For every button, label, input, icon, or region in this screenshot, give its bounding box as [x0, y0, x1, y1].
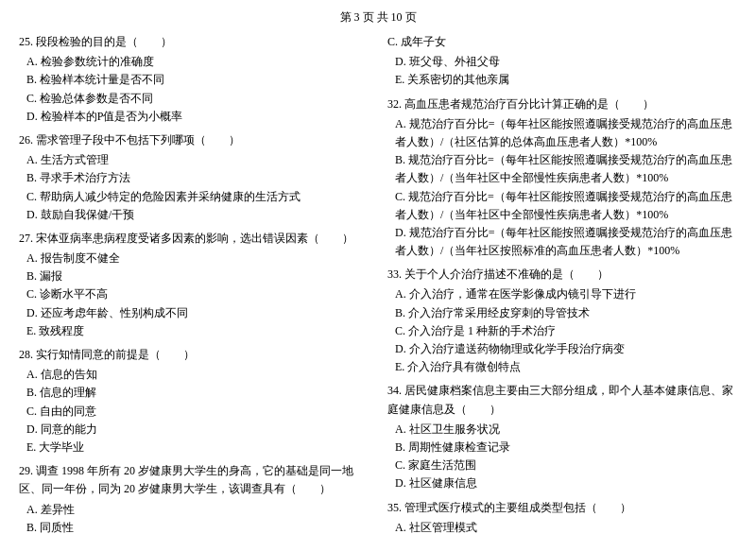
q27-optE: E. 致残程度	[26, 322, 369, 340]
q34-title: 34. 居民健康档案信息主要由三大部分组成，即个人基本健康信息、家庭健康信息及（…	[387, 382, 737, 418]
q28-options: A. 信息的告知 B. 信息的理解 C. 自由的同意 D. 同意的能力 E. 大…	[19, 366, 369, 456]
q26-optA: A. 生活方式管理	[26, 151, 369, 169]
question-25: 25. 段段检验的目的是（ ） A. 检验参数统计的准确度 B. 检验样本统计量…	[19, 33, 369, 126]
q25-optB: B. 检验样本统计量是否不同	[26, 71, 369, 89]
q32-main-optD: D. 规范治疗百分比=（每年社区能按照遵嘱接受规范治疗的高血压患者人数）/（当年…	[395, 224, 737, 260]
q28-title: 28. 实行知情同意的前提是（ ）	[19, 346, 369, 364]
q35-title: 35. 管理式医疗模式的主要组成类型包括（ ）	[387, 499, 737, 517]
q32-optE: E. 关系密切的其他亲属	[395, 71, 737, 89]
q32-main-optB: B. 规范治疗百分比=（每年社区能按照遵嘱接受规范治疗的高血压患者人数）/（当年…	[395, 151, 737, 187]
q29-options: A. 差异性 B. 同质性 C. 说定性 D. 总体性 E. 样本性	[19, 501, 369, 535]
q35-optA: A. 社区管理模式	[395, 519, 737, 534]
q32-main-optC: C. 规范治疗百分比=（每年社区能按照遵嘱接受规范治疗的高血压患者人数）/（当年…	[395, 188, 737, 224]
q25-optA: A. 检验参数统计的准确度	[26, 53, 369, 71]
question-26: 26. 需求管理子段中不包括下列哪项（ ） A. 生活方式管理 B. 寻求手术治…	[19, 131, 369, 224]
content-columns: 25. 段段检验的目的是（ ） A. 检验参数统计的准确度 B. 检验样本统计量…	[19, 33, 737, 534]
q29-optB: B. 同质性	[26, 519, 369, 534]
q28-optD: D. 同意的能力	[26, 421, 369, 439]
q25-options: A. 检验参数统计的准确度 B. 检验样本统计量是否不同 C. 检验总体参数是否…	[19, 53, 369, 126]
q29-optA: A. 差异性	[26, 501, 369, 519]
question-33: 33. 关于个人介治疗描述不准确的是（ ） A. 介入治疗，通常在医学影像成内镜…	[387, 266, 737, 376]
question-34: 34. 居民健康档案信息主要由三大部分组成，即个人基本健康信息、家庭健康信息及（…	[387, 382, 737, 492]
q26-optC: C. 帮助病人减少特定的危险因素并采纳健康的生活方式	[26, 188, 369, 206]
q25-optD: D. 检验样本的P值是否为小概率	[26, 108, 369, 126]
left-column: 25. 段段检验的目的是（ ） A. 检验参数统计的准确度 B. 检验样本统计量…	[19, 33, 369, 534]
q27-options: A. 报告制度不健全 B. 漏报 C. 诊断水平不高 D. 还应考虑年龄、性别构…	[19, 250, 369, 340]
q27-optA: A. 报告制度不健全	[26, 250, 369, 267]
q32-optD: D. 班父母、外祖父母	[395, 53, 737, 71]
q27-title: 27. 宋体亚病率患病程度受诸多因素的影响，选出错误因素（ ）	[19, 230, 369, 248]
q32-main-title: 32. 高血压患者规范治疗百分比计算正确的是（ ）	[387, 95, 737, 113]
q32-main-optA: A. 规范治疗百分比=（每年社区能按照遵嘱接受规范治疗的高血压患者人数）/（社区…	[395, 115, 737, 151]
q32-options: D. 班父母、外祖父母 E. 关系密切的其他亲属	[387, 53, 737, 89]
q34-optA: A. 社区卫生服务状况	[395, 421, 737, 439]
question-29: 29. 调查 1998 年所有 20 岁健康男大学生的身高，它的基础是同一地区、…	[19, 462, 369, 534]
q34-optB: B. 周期性健康检查记录	[395, 439, 737, 456]
q25-optC: C. 检验总体参数是否不同	[26, 90, 369, 108]
q29-title: 29. 调查 1998 年所有 20 岁健康男大学生的身高，它的基础是同一地区、…	[19, 462, 369, 498]
q25-title: 25. 段段检验的目的是（ ）	[19, 33, 369, 51]
q33-title: 33. 关于个人介治疗描述不准确的是（ ）	[387, 266, 737, 284]
q33-optD: D. 介入治疗遣送药物物理或化学手段治疗病变	[395, 340, 737, 358]
question-27: 27. 宋体亚病率患病程度受诸多因素的影响，选出错误因素（ ） A. 报告制度不…	[19, 230, 369, 340]
q33-optC: C. 介入治疗是 1 种新的手术治疗	[395, 322, 737, 340]
page-number: 第 3 页 共 10 页	[19, 9, 737, 26]
q34-optC: C. 家庭生活范围	[395, 456, 737, 474]
right-column: C. 成年子女 D. 班父母、外祖父母 E. 关系密切的其他亲属 32. 高血压…	[387, 33, 737, 534]
q27-optB: B. 漏报	[26, 267, 369, 285]
q35-options: A. 社区管理模式 B. 优先医疗服务提供者模式 C. 健康维持组织（HMO） …	[387, 519, 737, 534]
q26-title: 26. 需求管理子段中不包括下列哪项（ ）	[19, 131, 369, 149]
q26-optB: B. 寻求手术治疗方法	[26, 169, 369, 187]
question-35: 35. 管理式医疗模式的主要组成类型包括（ ） A. 社区管理模式 B. 优先医…	[387, 499, 737, 535]
q33-optB: B. 介入治疗常采用经皮穿刺的导管技术	[395, 304, 737, 322]
q27-optC: C. 诊断水平不高	[26, 285, 369, 303]
q33-optE: E. 介入治疗具有微创特点	[395, 358, 737, 376]
q33-optA: A. 介入治疗，通常在医学影像成内镜引导下进行	[395, 285, 737, 303]
q26-options: A. 生活方式管理 B. 寻求手术治疗方法 C. 帮助病人减少特定的危险因素并采…	[19, 151, 369, 224]
q28-optC: C. 自由的同意	[26, 403, 369, 421]
q32-title: C. 成年子女	[387, 33, 737, 51]
q28-optB: B. 信息的理解	[26, 384, 369, 402]
q34-options: A. 社区卫生服务状况 B. 周期性健康检查记录 C. 家庭生活范围 D. 社区…	[387, 421, 737, 493]
page-container: 第 3 页 共 10 页 25. 段段检验的目的是（ ） A. 检验参数统计的准…	[19, 9, 737, 534]
q33-options: A. 介入治疗，通常在医学影像成内镜引导下进行 B. 介入治疗常采用经皮穿刺的导…	[387, 285, 737, 376]
question-32-main: 32. 高血压患者规范治疗百分比计算正确的是（ ） A. 规范治疗百分比=（每年…	[387, 95, 737, 261]
q32-main-options: A. 规范治疗百分比=（每年社区能按照遵嘱接受规范治疗的高血压患者人数）/（社区…	[387, 115, 737, 261]
q34-optD: D. 社区健康信息	[395, 474, 737, 492]
q26-optD: D. 鼓励自我保健/干预	[26, 206, 369, 224]
question-28: 28. 实行知情同意的前提是（ ） A. 信息的告知 B. 信息的理解 C. 自…	[19, 346, 369, 456]
q28-optE: E. 大学毕业	[26, 439, 369, 456]
q28-optA: A. 信息的告知	[26, 366, 369, 384]
question-32: C. 成年子女 D. 班父母、外祖父母 E. 关系密切的其他亲属	[387, 33, 737, 90]
q27-optD: D. 还应考虑年龄、性别构成不同	[26, 304, 369, 322]
